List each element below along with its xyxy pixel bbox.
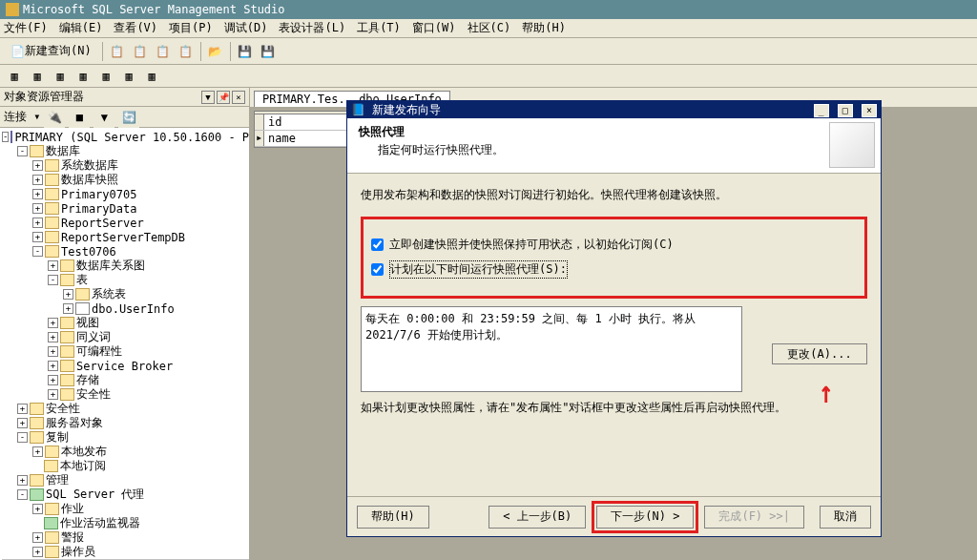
app-icon: [6, 3, 19, 16]
toolbar-secondary: ▦ ▦ ▦ ▦ ▦ ▦ ▦: [0, 65, 977, 88]
wizard-subheading: 指定何时运行快照代理。: [378, 142, 869, 158]
save-icon[interactable]: 💾: [235, 41, 256, 62]
new-publication-wizard: 📘 新建发布向导 _ □ × 快照代理 指定何时运行快照代理。 使用发布架构和数…: [346, 100, 882, 537]
chk-schedule-agent-input[interactable]: [371, 263, 384, 276]
explorer-title: 对象资源管理器: [4, 89, 84, 105]
menu-project[interactable]: 项目(P): [169, 20, 213, 36]
toolbar-sep: [200, 42, 201, 61]
menu-community[interactable]: 社区(C): [468, 20, 511, 36]
tree-rs[interactable]: ReportServer: [61, 217, 144, 230]
change-button[interactable]: 更改(A)...: [772, 343, 867, 364]
close-icon[interactable]: ×: [232, 91, 245, 104]
result-grid[interactable]: id ▸name: [254, 111, 349, 148]
chk-create-snapshot-input[interactable]: [371, 239, 384, 251]
open-icon[interactable]: 📂: [205, 41, 226, 62]
col-name[interactable]: name: [268, 132, 296, 145]
tree-userinfo[interactable]: dbo.UserInfo: [92, 302, 175, 316]
explorer-toolbar: 连接 ▾ 🔌 ■ ▼ 🔄: [0, 107, 249, 128]
explorer-window-buttons: ▼ 📌 ×: [201, 91, 245, 104]
wizard-title: 新建发布向导: [372, 103, 441, 116]
checkbox-highlight-group: 立即创建快照并使快照保持可用状态，以初始化订阅(C) 计划在以下时间运行快照代理…: [361, 217, 867, 299]
wizard-footer: 帮助(H) < 上一步(B) 下一步(N) > 完成(F) >>| 取消: [347, 496, 881, 536]
menu-view[interactable]: 查看(V): [114, 20, 157, 36]
pin-icon[interactable]: 📌: [217, 91, 230, 104]
menu-window[interactable]: 窗口(W): [412, 20, 456, 36]
tree-programmability[interactable]: 可编程性: [76, 343, 122, 360]
wizard-body: 使用发布架构和数据的快照对订阅进行初始化。快照代理将创建该快照。 立即创建快照并…: [347, 174, 881, 496]
exp-tb-4[interactable]: 🔄: [118, 107, 139, 128]
tb2-7[interactable]: ▦: [141, 66, 162, 87]
chk-schedule-agent[interactable]: 计划在以下时间运行快照代理(S):: [371, 260, 857, 279]
finish-button: 完成(F) >>|: [704, 506, 804, 529]
maximize-icon[interactable]: □: [838, 104, 853, 117]
tb2-1[interactable]: ▦: [4, 66, 25, 87]
tree-dbsnap[interactable]: 数据库快照: [61, 172, 118, 188]
wizard-page-icon: [829, 122, 875, 168]
tree-p0705[interactable]: Primary0705: [61, 188, 136, 201]
menu-help[interactable]: 帮助(H): [522, 20, 566, 36]
toolbar-sep: [230, 42, 231, 61]
help-button[interactable]: 帮助(H): [357, 506, 429, 529]
object-explorer-panel: 对象资源管理器 ▼ 📌 × 连接 ▾ 🔌 ■ ▼ 🔄 -PRIMARY (SQL…: [0, 88, 250, 560]
annotation-arrow-icon: ↑: [819, 374, 833, 410]
next-highlight: 下一步(N) >: [592, 501, 698, 533]
close-icon[interactable]: ×: [862, 104, 877, 117]
wizard-header: 快照代理 指定何时运行快照代理。: [347, 118, 881, 174]
wizard-intro: 使用发布架构和数据的快照对订阅进行初始化。快照代理将创建该快照。: [361, 187, 867, 203]
tb2-4[interactable]: ▦: [73, 66, 94, 87]
app-titlebar: Microsoft SQL Server Management Studio: [0, 0, 977, 19]
new-query-button[interactable]: 📄 新建查询(N): [4, 41, 98, 62]
tb2-5[interactable]: ▦: [95, 66, 116, 87]
chk-create-snapshot[interactable]: 立即创建快照并使快照保持可用状态，以初始化订阅(C): [371, 237, 857, 253]
menu-file[interactable]: 文件(F): [4, 20, 48, 36]
menubar: 文件(F) 编辑(E) 查看(V) 项目(P) 调试(D) 表设计器(L) 工具…: [0, 19, 977, 38]
explorer-tree[interactable]: -PRIMARY (SQL Server 10.50.1600 - PRIMAR…: [0, 128, 249, 560]
menu-tools[interactable]: 工具(T): [357, 20, 401, 36]
tree-rstemp[interactable]: ReportServerTempDB: [61, 231, 185, 244]
wizard-icon: 📘: [351, 103, 365, 116]
wizard-titlebar[interactable]: 📘 新建发布向导 _ □ ×: [347, 101, 881, 118]
tree-test[interactable]: Test0706: [61, 245, 116, 259]
minimize-icon[interactable]: _: [814, 104, 829, 117]
tree-sb[interactable]: Service Broker: [76, 360, 173, 373]
tree-pdata[interactable]: PrimaryData: [61, 202, 136, 216]
exp-tb-1[interactable]: 🔌: [44, 107, 65, 128]
exp-tb-2[interactable]: ■: [69, 107, 90, 128]
tb2-3[interactable]: ▦: [50, 66, 71, 87]
tb2-6[interactable]: ▦: [118, 66, 139, 87]
explorer-header: 对象资源管理器 ▼ 📌 ×: [0, 88, 249, 107]
saveall-icon[interactable]: 💾: [258, 41, 279, 62]
tree-systables[interactable]: 系统表: [92, 286, 126, 302]
col-id[interactable]: id: [268, 115, 281, 129]
exp-tb-3[interactable]: ▼: [94, 107, 114, 128]
menu-debug[interactable]: 调试(D): [224, 20, 268, 36]
tree-tables[interactable]: 表: [76, 272, 88, 288]
tb2-2[interactable]: ▦: [27, 66, 48, 87]
tb-icon1[interactable]: 📋: [107, 41, 128, 62]
tree-server[interactable]: PRIMARY (SQL Server 10.50.1600 - PRIMARY: [14, 131, 249, 144]
back-button[interactable]: < 上一步(B): [488, 506, 586, 529]
next-button[interactable]: 下一步(N) >: [596, 506, 694, 529]
menu-designer[interactable]: 表设计器(L): [279, 20, 345, 36]
menu-edit[interactable]: 编辑(E): [59, 20, 103, 36]
tb-icon3[interactable]: 📋: [153, 41, 174, 62]
wizard-note: 如果计划更改快照属性，请在"发布属性"对话框中更改这些属性后再启动快照代理。: [361, 400, 867, 416]
wizard-heading: 快照代理: [359, 124, 869, 140]
cancel-button[interactable]: 取消: [820, 506, 871, 529]
chk-schedule-agent-label: 计划在以下时间运行快照代理(S):: [389, 260, 568, 279]
connect-dropdown[interactable]: 连接 ▾: [4, 109, 40, 125]
toolbar-main: 📄 新建查询(N) 📋 📋 📋 📋 📂 💾 💾: [0, 38, 977, 65]
tb-icon2[interactable]: 📋: [130, 41, 151, 62]
tb-icon4[interactable]: 📋: [176, 41, 197, 62]
tree-security[interactable]: 安全性: [76, 386, 111, 403]
app-title: Microsoft SQL Server Management Studio: [23, 3, 285, 16]
pin-icon[interactable]: ▼: [201, 91, 215, 104]
toolbar-sep: [102, 42, 103, 61]
schedule-textbox: 每天在 0:00:00 和 23:59:59 之间、每 1 小时 执行。将从 2…: [361, 306, 742, 392]
chk-create-snapshot-label: 立即创建快照并使快照保持可用状态，以初始化订阅(C): [389, 237, 674, 253]
